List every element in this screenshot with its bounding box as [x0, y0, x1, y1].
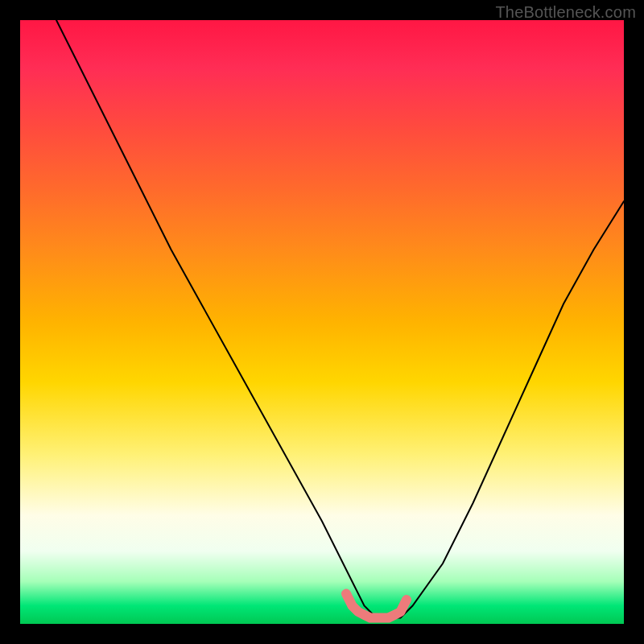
watermark-text: TheBottleneck.com [495, 3, 636, 22]
chart-svg [20, 20, 624, 624]
chart-canvas: TheBottleneck.com [0, 0, 644, 644]
optimal-marker [346, 594, 407, 618]
bottleneck-curve [56, 20, 624, 618]
plot-area [20, 20, 624, 624]
